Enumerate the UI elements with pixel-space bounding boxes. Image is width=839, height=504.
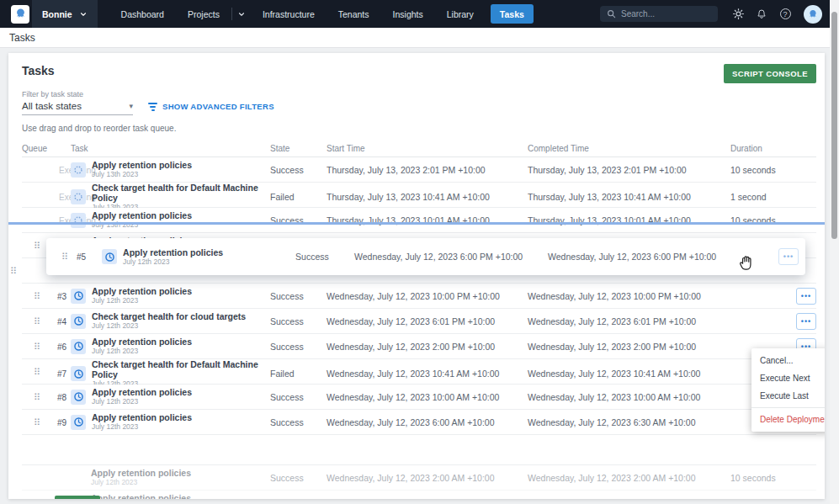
row-context-menu: Cancel... Execute Next Execute Last Dele…	[751, 348, 825, 432]
task-start-time: Wednesday, July 12, 2023 10:00 PM +10:00	[324, 291, 528, 301]
filter-by-task-state-label: Filter by task state	[22, 90, 811, 98]
task-title: Apply retention policies	[92, 286, 192, 296]
task-completed-time: Wednesday, July 12, 2023 10:00 AM +10:00	[528, 392, 728, 402]
task-title: Apply retention policies	[92, 387, 192, 397]
row-overflow-button[interactable]: •••	[796, 313, 816, 330]
drag-handle-icon[interactable]: ⠿	[34, 417, 40, 427]
task-date: July 12th 2023	[123, 257, 223, 266]
show-advanced-filters-link[interactable]: SHOW ADVANCED FILTERS	[148, 102, 274, 115]
nav-item-infrastructure[interactable]: Infrastructure	[251, 0, 327, 28]
drag-handle-icon[interactable]: ⠿	[10, 265, 17, 276]
task-date: July 12th 2023	[92, 347, 192, 355]
scrollbar-thumb[interactable]	[831, 12, 837, 239]
drag-handle-icon[interactable]: ⠿	[34, 241, 40, 250]
task-state: Success	[268, 316, 324, 326]
task-start-time: Wednesday, July 12, 2023 2:00 PM +10:00	[324, 342, 528, 352]
drag-handle-icon[interactable]: ⠿	[34, 291, 40, 300]
task-state: Success	[268, 342, 324, 352]
page-title: Tasks	[22, 64, 55, 77]
settings-button[interactable]	[726, 8, 750, 20]
task-state: Success	[268, 291, 324, 301]
table-header-row: Queue Task State Start Time Completed Ti…	[22, 140, 816, 157]
task-completed-time: Wednesday, July 12, 2023 6:30 AM +10:00	[528, 417, 728, 427]
task-title: Check target health for Default Machine …	[92, 183, 268, 203]
table-row-queued[interactable]: ⠿ #6 Apply retention policiesJuly 12th 2…	[22, 334, 816, 359]
table-row-executing[interactable]: Executing Apply retention policiesJuly 1…	[22, 157, 816, 183]
task-title: Apply retention policies	[92, 412, 192, 422]
avatar[interactable]	[804, 5, 822, 24]
table-row-queued[interactable]: ⠿ #8 Apply retention policiesJuly 12th 2…	[22, 385, 816, 410]
table-row-executing[interactable]: Executing Check target health for Defaul…	[22, 183, 816, 208]
clock-icon	[71, 339, 86, 354]
nav-item-tasks[interactable]: Tasks	[491, 4, 534, 24]
projects-dropdown-toggle[interactable]	[232, 10, 251, 19]
partial-success-chip	[55, 496, 100, 499]
menu-item-execute-next[interactable]: Execute Next	[751, 369, 825, 387]
table-row-executing[interactable]: Executing Apply retention policiesJuly 1…	[22, 208, 816, 233]
task-title: Check target health for cloud targets	[92, 311, 246, 321]
row-overflow-button[interactable]: •••	[796, 288, 816, 305]
chevron-down-icon	[237, 10, 246, 19]
task-title: Apply retention policies	[92, 160, 192, 170]
space-switcher[interactable]: Bonnie	[32, 0, 98, 28]
reorder-hint: Use drag and drop to reorder task queue.	[8, 115, 825, 133]
drag-handle-icon[interactable]: ⠿	[34, 367, 40, 376]
table-row-dimmed: Apply retention policiesJuly 12th 2023 S…	[22, 491, 816, 499]
task-start-time: Wednesday, July 12, 2023 6:00 AM +10:00	[324, 417, 528, 427]
task-state: Success	[268, 392, 324, 402]
octopus-logo[interactable]	[11, 5, 29, 24]
nav-item-projects[interactable]: Projects	[176, 0, 231, 28]
task-completed-time: Wednesday, July 12, 2023 2:00 PM +10:00	[528, 342, 728, 352]
task-completed-time: Wednesday, July 12, 2023 10:00 PM +10:00	[528, 291, 728, 301]
help-button[interactable]: ?	[773, 8, 797, 19]
task-title: Apply retention policies	[91, 493, 191, 499]
task-state: Success	[268, 417, 324, 427]
nav-item-library[interactable]: Library	[435, 0, 486, 28]
spinner-icon	[71, 213, 86, 228]
queue-number: #7	[57, 369, 66, 379]
page-scrollbar[interactable]	[830, 0, 839, 504]
task-state: Success	[295, 252, 354, 262]
spinner-icon	[71, 189, 86, 204]
table-row-queued[interactable]: ⠿ #9 Apply retention policiesJuly 12th 2…	[22, 410, 816, 435]
breadcrumb-bar: Tasks	[0, 28, 839, 48]
task-state: Failed	[268, 192, 324, 202]
task-duration: 10 seconds	[728, 498, 778, 500]
task-completed-time: Wednesday, July 12, 2023 2:00 AM +10:00	[528, 473, 728, 483]
task-state-select[interactable]: All task states ▾	[22, 101, 133, 115]
drag-handle-icon[interactable]: ⠿	[34, 392, 40, 401]
menu-item-delete-deployment[interactable]: Delete Deployment...	[751, 411, 825, 428]
drag-handle-icon[interactable]: ⠿	[61, 252, 68, 262]
nav-item-dashboard[interactable]: Dashboard	[109, 0, 176, 28]
table-gap-row	[22, 435, 816, 465]
row-overflow-button[interactable]: •••	[778, 248, 799, 265]
drag-handle-icon[interactable]: ⠿	[34, 316, 40, 326]
show-advanced-filters-label: SHOW ADVANCED FILTERS	[162, 102, 274, 111]
table-row-queued[interactable]: ⠿ #7 Check target health for Default Mac…	[22, 359, 816, 385]
table-row-queued[interactable]: ⠿ #4 Check target health for cloud targe…	[22, 309, 816, 334]
task-completed-time: Thursday, July 13, 2023 2:01 PM +10:00	[528, 165, 728, 175]
magnifier-icon	[607, 9, 616, 19]
menu-item-execute-last[interactable]: Execute Last	[751, 387, 825, 405]
nav-menu: Dashboard Projects Infrastructure Tenant…	[109, 0, 539, 28]
drag-handle-icon[interactable]: ⠿	[34, 342, 40, 351]
script-console-button[interactable]: SCRIPT CONSOLE	[724, 64, 816, 83]
select-arrow-icon: ▾	[129, 102, 133, 110]
task-completed-time: Wednesday, July 12, 2023 6:01 PM +10:00	[528, 316, 728, 326]
clock-icon	[71, 289, 86, 304]
search-input[interactable]	[621, 9, 705, 19]
nav-right-tools: ?	[600, 5, 839, 24]
space-name: Bonnie	[42, 9, 72, 19]
table-row-queued[interactable]: ⠿ #3 Apply retention policiesJuly 12th 2…	[22, 284, 816, 309]
nav-item-insights[interactable]: Insights	[381, 0, 435, 28]
octopus-logo-icon	[13, 7, 28, 21]
menu-item-cancel[interactable]: Cancel...	[751, 352, 825, 369]
dragged-task-row[interactable]: ⠿ #5 Apply retention policiesJuly 12th 2…	[46, 238, 805, 275]
notifications-button[interactable]	[750, 8, 773, 20]
task-duration: 10 seconds	[728, 473, 778, 483]
search-box[interactable]	[600, 6, 718, 22]
task-date: July 13th 2023	[92, 170, 192, 178]
nav-item-tenants[interactable]: Tenants	[327, 0, 381, 28]
task-start-time: Wednesday, July 12, 2023 10:00 AM +10:00	[324, 392, 528, 402]
help-icon: ?	[780, 8, 791, 19]
